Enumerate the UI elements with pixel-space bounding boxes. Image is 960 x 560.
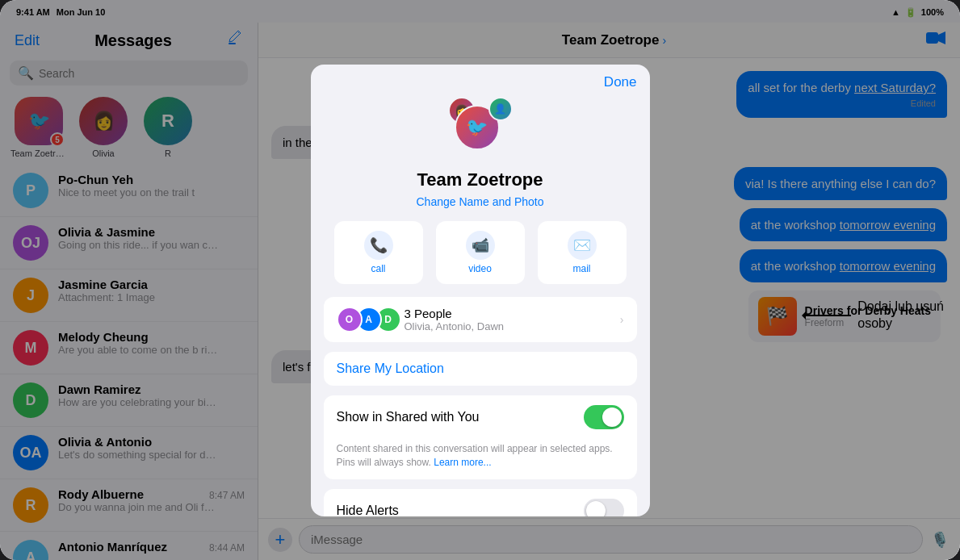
members-count: 3 People — [405, 307, 610, 320]
modal-actions: 📞 call 📹 video ✉️ mail — [311, 221, 650, 297]
ipad-frame: 9:41 AM Mon Jun 10 ▲ 🔋 100% Edit Message… — [0, 0, 960, 560]
annotation-text: Dodaj lub usuń osoby — [857, 299, 944, 332]
group-name: Team Zoetrope — [417, 169, 543, 190]
modal-done-button[interactable]: Done — [604, 74, 637, 90]
annotation-line1: Dodaj lub usuń — [857, 299, 944, 313]
hide-alerts-toggle-row: Hide Alerts — [324, 489, 637, 516]
call-action-button[interactable]: 📞 call — [334, 221, 423, 284]
toggle-knob — [602, 407, 622, 427]
share-location-row: Share My Location — [324, 352, 637, 386]
shared-with-you-info: Content shared in this conversation will… — [324, 439, 637, 479]
learn-more-link[interactable]: Learn more... — [434, 457, 491, 468]
members-avatar-stack: O A D — [337, 307, 395, 332]
modal-group-info: 👩 🐦 👤 Team Zoetrope Change Name and Phot… — [311, 90, 650, 221]
hide-alerts-toggle-knob — [586, 501, 606, 516]
member-av-olivia: O — [337, 307, 363, 332]
annotation-line2: osoby — [857, 316, 892, 330]
members-info: 3 People Olivia, Antonio, Dawn — [405, 307, 610, 332]
video-action-button[interactable]: 📹 video — [436, 221, 525, 284]
shared-with-you-section: Show in Shared with You Content shared i… — [324, 395, 637, 479]
modal-overlay: Done 👩 🐦 👤 Team Zoetrope Change Name and… — [0, 0, 960, 560]
mail-label: mail — [572, 263, 590, 274]
modal-header: Done — [311, 65, 650, 90]
show-in-shared-toggle-row: Show in Shared with You — [324, 395, 637, 439]
show-in-shared-toggle[interactable] — [584, 405, 624, 429]
mail-icon: ✉️ — [568, 231, 597, 260]
share-location-section: Share My Location — [324, 352, 637, 386]
change-name-photo-link[interactable]: Change Name and Photo — [417, 195, 544, 208]
call-label: call — [371, 263, 385, 274]
hide-alerts-toggle[interactable] — [584, 499, 624, 516]
members-names: Olivia, Antonio, Dawn — [405, 320, 610, 332]
members-row[interactable]: O A D 3 People Olivia, Antonio, Dawn › — [324, 297, 637, 342]
video-icon: 📹 — [466, 231, 495, 260]
group-avatar-stack: 👩 🐦 👤 — [448, 97, 513, 161]
share-location-link[interactable]: Share My Location — [337, 361, 444, 375]
hide-alerts-label: Hide Alerts — [337, 504, 584, 516]
group-info-modal: Done 👩 🐦 👤 Team Zoetrope Change Name and… — [311, 65, 650, 516]
members-chevron-icon: › — [620, 313, 624, 326]
members-section: O A D 3 People Olivia, Antonio, Dawn › — [324, 297, 637, 342]
video-label: video — [468, 263, 492, 274]
annotation-line — [803, 315, 851, 316]
annotation: Dodaj lub usuń osoby — [803, 299, 944, 332]
call-icon: 📞 — [364, 231, 393, 260]
group-avatar-sm2: 👤 — [488, 97, 513, 121]
mail-action-button[interactable]: ✉️ mail — [538, 221, 627, 284]
hide-alerts-section: Hide Alerts — [324, 489, 637, 516]
show-in-shared-label: Show in Shared with You — [337, 410, 584, 424]
